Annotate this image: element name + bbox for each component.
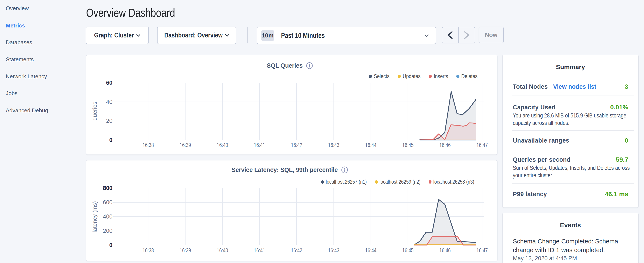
svg-text:16:38: 16:38 xyxy=(143,247,154,254)
svg-text:latency (ms): latency (ms) xyxy=(92,201,98,232)
svg-text:60: 60 xyxy=(106,81,112,86)
svg-text:16:41: 16:41 xyxy=(254,247,265,254)
svg-text:16:46: 16:46 xyxy=(440,247,451,254)
svg-text:40: 40 xyxy=(106,99,112,105)
svg-text:16:43: 16:43 xyxy=(328,142,339,148)
svg-text:20: 20 xyxy=(106,118,112,124)
svg-text:16:43: 16:43 xyxy=(328,247,339,254)
svg-text:0: 0 xyxy=(109,137,112,143)
svg-text:16:40: 16:40 xyxy=(217,142,228,148)
svg-text:16:42: 16:42 xyxy=(291,142,302,148)
svg-text:200: 200 xyxy=(103,228,112,234)
svg-text:16:40: 16:40 xyxy=(217,247,228,254)
svg-text:queries: queries xyxy=(92,102,98,121)
svg-text:16:45: 16:45 xyxy=(402,247,414,254)
svg-text:16:47: 16:47 xyxy=(476,247,488,254)
svg-text:600: 600 xyxy=(103,199,112,205)
svg-text:16:46: 16:46 xyxy=(440,142,451,148)
svg-text:800: 800 xyxy=(103,186,112,191)
svg-text:16:41: 16:41 xyxy=(254,142,265,148)
svg-text:16:39: 16:39 xyxy=(180,247,191,254)
svg-text:0: 0 xyxy=(109,242,112,248)
svg-text:16:44: 16:44 xyxy=(365,142,376,148)
svg-text:16:44: 16:44 xyxy=(365,247,376,254)
svg-text:16:42: 16:42 xyxy=(291,247,302,254)
svg-text:16:38: 16:38 xyxy=(143,142,154,148)
svg-text:16:45: 16:45 xyxy=(402,142,414,148)
svg-text:400: 400 xyxy=(103,213,112,220)
svg-text:16:47: 16:47 xyxy=(476,142,488,148)
svg-text:16:39: 16:39 xyxy=(180,142,191,148)
